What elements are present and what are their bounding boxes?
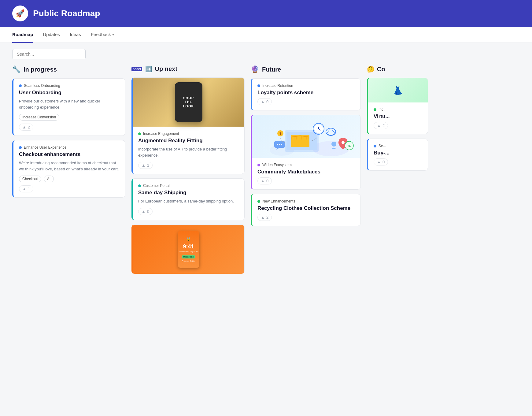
card-desc-shipping: For European customers, a same-day shipp…	[138, 198, 239, 204]
lock-icon: 🔒	[186, 236, 191, 241]
tag-ai[interactable]: AI	[44, 176, 54, 182]
navigation: Roadmap Updates Ideas Feedback	[0, 27, 532, 43]
card-title-marketplace: Community Marketplaces	[257, 169, 355, 175]
dot-purple-icon	[257, 164, 260, 166]
vote-count-checkout: 1	[28, 187, 30, 191]
tag-checkout[interactable]: Checkout	[19, 176, 41, 182]
svg-point-16	[279, 144, 280, 145]
card-user-onboarding[interactable]: Seamless Onboarding User Onboarding Prov…	[12, 78, 125, 136]
upvote-virtual[interactable]: ▲ 2	[374, 122, 388, 129]
tag-increase-conversion[interactable]: Increase Conversion	[19, 114, 59, 121]
svg-text:$: $	[279, 132, 281, 135]
upvote-shipping[interactable]: ▲ 0	[138, 208, 153, 215]
dot-blue-buy	[374, 145, 376, 147]
upvote-recycling[interactable]: ▲ 2	[257, 214, 272, 221]
card-virtual-partial[interactable]: 👗 Inc... Virtu... ▲ 2	[367, 78, 428, 134]
upvote-checkout[interactable]: ▲ 1	[19, 185, 33, 192]
thinking-icon: 🤔	[367, 65, 375, 73]
upvote-arrow-buy: ▲	[377, 160, 381, 164]
upvote-arrow-loyalty: ▲	[261, 99, 265, 104]
upvote-onboarding[interactable]: ▲ 2	[19, 124, 33, 131]
card-label-onboarding: Seamless Onboarding	[19, 84, 120, 88]
card-title-recycling: Recycling Clothes Collection Scheme	[257, 205, 355, 211]
card-desc-onboarding: Provide our customers with a new and qui…	[19, 98, 120, 110]
card-title-virtual: Virtu...	[374, 113, 422, 120]
card-tags-checkout: Checkout AI	[19, 176, 120, 182]
nav-updates[interactable]: Updates	[43, 27, 60, 43]
svg-point-15	[277, 144, 278, 145]
card-mobile[interactable]: 🔒 9:41 Wednesday, August 12 MESSAGES Arm…	[131, 225, 245, 274]
partial-icon-1: 👗	[393, 85, 403, 95]
dot-blue-icon	[19, 84, 22, 87]
svg-point-17	[281, 144, 282, 145]
column-header-in-progress: 🔧 In progress	[12, 65, 125, 73]
vote-count-shipping: 0	[147, 209, 149, 214]
upvote-arrow-marketplace: ▲	[261, 179, 265, 183]
card-marketplace[interactable]: $ %	[251, 115, 361, 190]
card-label-shipping: Customer Portal	[138, 184, 239, 188]
page-header: 🚀 Public Roadmap	[0, 0, 532, 27]
upvote-ar[interactable]: ▲ 1	[138, 162, 153, 169]
vote-count-onboarding: 2	[28, 125, 30, 129]
logo-icon: 🚀	[12, 6, 28, 21]
nav-ideas[interactable]: Ideas	[70, 27, 81, 43]
card-label-virtual: Inc...	[374, 107, 422, 112]
card-label-marketplace: Widen Ecosystem	[257, 163, 355, 167]
upvote-arrow-icon-2: ▲	[22, 187, 26, 191]
column-up-next: SOON ➡️ Up next SHOPTHELOOK Increase Eng…	[131, 65, 245, 278]
svg-point-12	[342, 141, 345, 144]
card-desc-ar: Incorporate the use of AR to provide a b…	[138, 146, 239, 158]
dot-blue-loyalty	[257, 84, 260, 87]
partial-image-1: 👗	[368, 78, 428, 102]
card-tags-onboarding: Increase Conversion	[19, 114, 120, 121]
card-title-checkout: Checkout enhancements	[19, 151, 120, 158]
upvote-marketplace[interactable]: ▲ 0	[257, 177, 272, 184]
vote-count-virtual: 2	[382, 123, 385, 128]
card-label-recycling: New Enhancements	[257, 199, 355, 203]
card-ar-fitting[interactable]: SHOPTHELOOK Increase Engagement Augmente…	[131, 77, 245, 174]
upvote-loyalty[interactable]: ▲ 0	[257, 98, 272, 105]
nav-feedback[interactable]: Feedback	[91, 27, 114, 43]
crystal-ball-icon: 🔮	[251, 65, 259, 73]
column-in-progress: 🔧 In progress Seamless Onboarding User O…	[12, 65, 125, 278]
card-loyalty[interactable]: Increase Retention Loyalty points scheme…	[251, 78, 361, 110]
card-label-loyalty: Increase Retention	[257, 84, 355, 88]
card-title-ar: Augmented Reality Fitting	[138, 138, 239, 144]
column-title-up-next: Up next	[155, 65, 177, 72]
svg-text:%: %	[348, 144, 351, 148]
column-header-consideration: 🤔 Co	[367, 65, 428, 73]
arrow-right-icon: ➡️	[145, 66, 152, 72]
vote-count-loyalty: 0	[266, 99, 268, 104]
marketplace-svg: $ %	[257, 115, 355, 158]
vote-count-ar: 1	[147, 163, 149, 168]
kanban-board: 🔧 In progress Seamless Onboarding User O…	[0, 65, 532, 291]
upvote-buy[interactable]: ▲ 0	[374, 158, 388, 165]
card-recycling[interactable]: New Enhancements Recycling Clothes Colle…	[251, 194, 361, 226]
column-title-consideration: Co	[377, 66, 385, 73]
phone-time: 9:41	[183, 243, 194, 250]
card-title-loyalty: Loyalty points scheme	[257, 90, 355, 96]
wrench-icon: 🔧	[12, 65, 20, 73]
svg-point-13	[331, 142, 336, 147]
dot-green-virtual	[374, 108, 376, 111]
marketplace-illustration: $ %	[252, 115, 360, 158]
card-title-shipping: Same-day Shipping	[138, 190, 239, 196]
ar-fitting-image: SHOPTHELOOK	[133, 78, 244, 127]
vote-count-recycling: 2	[266, 215, 268, 220]
card-shipping[interactable]: Customer Portal Same-day Shipping For Eu…	[131, 178, 245, 220]
card-checkout[interactable]: Enhance User Experience Checkout enhance…	[12, 140, 125, 198]
column-header-future: 🔮 Future	[251, 65, 361, 73]
search-input[interactable]	[12, 49, 86, 59]
upvote-arrow-recycling: ▲	[261, 215, 265, 220]
vote-count-buy: 0	[382, 160, 385, 164]
notification-badge: MESSAGES	[182, 255, 195, 258]
card-buy-partial[interactable]: Se... Buy-... ▲ 0	[367, 139, 428, 171]
dot-teal-icon	[138, 184, 141, 187]
nav-roadmap[interactable]: Roadmap	[12, 27, 33, 43]
dot-green-recycling	[257, 200, 260, 203]
sender-name: Armando Cajide	[182, 260, 195, 262]
card-title-buy: Buy-...	[374, 150, 422, 156]
dot-blue-icon-2	[19, 146, 22, 149]
vote-count-marketplace: 0	[266, 179, 268, 183]
phone-date: Wednesday, August 12	[179, 251, 198, 253]
